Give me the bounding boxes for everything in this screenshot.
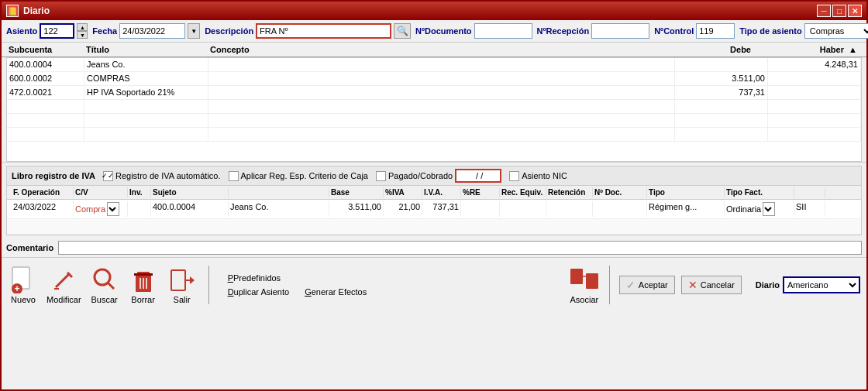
aceptar-label: Aceptar [639, 280, 668, 290]
asociar-label: Asociar [570, 295, 599, 304]
iva-col-base: Base [329, 187, 384, 197]
iva-col-iva: I.V.A. [422, 187, 461, 197]
tipo-asiento-select[interactable]: Compras Ventas [804, 23, 868, 39]
nuevo-button[interactable]: + Nuevo [8, 266, 39, 304]
borrar-label: Borrar [131, 295, 155, 304]
modificar-button[interactable]: Modificar [46, 266, 81, 304]
registro-automatico-checkbox[interactable]: ✓ [103, 171, 113, 181]
generar-button[interactable]: Generar Efectos [305, 287, 367, 297]
pagado-cobrado-checkbox[interactable] [376, 171, 386, 181]
col-concepto: Concepto [208, 44, 660, 55]
asiento-up-button[interactable]: ▲ [77, 23, 88, 31]
svg-rect-18 [586, 273, 598, 289]
iva-col-piva: %IVA [384, 187, 422, 197]
fecha-label: Fecha [92, 26, 117, 36]
toolbar-separator-1 [208, 266, 209, 304]
iva-table-row[interactable]: 24/03/2022 Compra ▼ 400.0.0004 Jeans Co.… [7, 200, 861, 219]
iva-col-sujeto: Sujeto [151, 187, 229, 197]
iva-table-header: F. Operación C/V Inv. Sujeto Base %IVA I… [7, 186, 861, 200]
iva-table-row-empty [7, 219, 861, 235]
table-row[interactable]: 472.0.0021 HP IVA Soportado 21% 737,31 [7, 86, 861, 100]
aplicar-reg-checkbox[interactable] [229, 171, 239, 181]
iva-col-inv: Inv. [128, 187, 151, 197]
borrar-button[interactable]: Borrar [128, 266, 159, 304]
pagado-cobrado-label: Pagado/Cobrado [388, 171, 453, 180]
svg-rect-10 [134, 273, 153, 276]
table-row[interactable] [7, 128, 861, 142]
col-haber: Haber [753, 44, 846, 55]
tipofact-select[interactable]: ▼ [763, 202, 775, 216]
main-table-scroll[interactable]: 400.0.0004 Jeans Co. 4.248,31 600.0.0002… [6, 57, 862, 162]
title-bar: 📒 Diario ─ □ ✕ [2, 2, 866, 20]
iva-col-pre: %RE [461, 187, 500, 197]
cancelar-button[interactable]: ✕ Cancelar [681, 276, 742, 294]
iva-header: Libro registro de IVA ✓ Registro de IVA … [7, 166, 861, 186]
minimize-button[interactable]: ─ [817, 5, 831, 17]
main-window: 📒 Diario ─ □ ✕ Asiento ▲ ▼ Fecha ▼ Descr… [0, 0, 868, 391]
registro-automatico-label: Registro de IVA automático. [115, 171, 221, 180]
borrar-icon [129, 266, 157, 293]
asiento-down-button[interactable]: ▼ [77, 31, 88, 39]
iva-section: Libro registro de IVA ✓ Registro de IVA … [6, 166, 862, 235]
window-title: Diario [23, 5, 50, 16]
ncontrol-input[interactable] [696, 23, 735, 39]
iva-col-extra [794, 187, 825, 197]
asiento-nic-checkbox[interactable] [509, 171, 519, 181]
main-table-area: Subcuenta Título Concepto Debe Haber ▲ 4… [2, 43, 866, 163]
pagado-cobrado-input[interactable] [455, 169, 501, 183]
table-row[interactable] [7, 114, 861, 128]
buscar-label: Buscar [91, 295, 118, 304]
toolbar: Asiento ▲ ▼ Fecha ▼ Descripción 🔍 NºDocu… [2, 20, 866, 43]
fecha-dropdown-button[interactable]: ▼ [188, 23, 200, 39]
modificar-icon [50, 266, 78, 293]
salir-button[interactable]: Salir [167, 266, 198, 304]
table-header: Subcuenta Título Concepto Debe Haber ▲ [2, 43, 866, 57]
duplicar-button[interactable]: Duplicar Asiento [228, 287, 290, 297]
cv-select[interactable]: ▼ [107, 202, 119, 216]
modificar-label: Modificar [46, 295, 81, 304]
descripcion-search-button[interactable]: 🔍 [394, 23, 411, 39]
nrecepcion-input[interactable] [591, 23, 649, 39]
fecha-input[interactable] [119, 23, 185, 39]
middle-buttons: PPredefinidos Duplicar Asiento Generar E… [228, 273, 367, 297]
ndocumento-label: NºDocumento [415, 26, 471, 36]
diario-select[interactable]: Americano Español [783, 276, 860, 293]
bottom-toolbar: + Nuevo Modificar [2, 257, 866, 311]
iva-col-ret: Retención [546, 187, 593, 197]
table-row[interactable] [7, 100, 861, 114]
buscar-button[interactable]: Buscar [89, 266, 120, 304]
asiento-input[interactable] [40, 23, 74, 39]
iva-col-rec: Rec. Equiv. [500, 187, 546, 197]
buscar-icon [91, 266, 119, 293]
ndocumento-input[interactable] [474, 23, 532, 39]
iva-col-fop: F. Operación [12, 187, 74, 197]
svg-rect-14 [171, 270, 185, 290]
svg-line-7 [108, 283, 114, 289]
nuevo-icon: + [9, 266, 37, 293]
col-titulo: Título [84, 44, 208, 55]
iva-col-ndoc: Nº Doc. [593, 187, 647, 197]
table-row[interactable]: 400.0.0004 Jeans Co. 4.248,31 [7, 58, 861, 72]
predefinidos-button[interactable]: PPredefinidos [228, 273, 367, 283]
restore-button[interactable]: □ [832, 5, 846, 17]
aceptar-icon: ✓ [626, 279, 636, 291]
aplicar-reg-label: Aplicar Reg. Esp. Criterio de Caja [241, 171, 368, 180]
descripcion-label: Descripción [205, 26, 253, 36]
descripcion-input[interactable] [256, 23, 391, 39]
close-button[interactable]: ✕ [848, 5, 862, 17]
comentario-input[interactable] [58, 241, 862, 255]
iva-col-sujeto2 [229, 187, 329, 197]
diario-label: Diario [756, 280, 780, 290]
nuevo-label: Nuevo [11, 295, 36, 304]
aplicar-reg-group: Aplicar Reg. Esp. Criterio de Caja [229, 171, 368, 181]
table-row[interactable]: 600.0.0002 COMPRAS 3.511,00 [7, 72, 861, 86]
ncontrol-label: NºControl [654, 26, 694, 36]
col-scroll-header: ▲ [846, 44, 862, 55]
toolbar-separator-2 [609, 266, 610, 304]
asociar-button[interactable]: Asociar [569, 266, 600, 304]
right-buttons: Asociar ✓ Aceptar ✕ Cancelar Diario Amer… [569, 266, 860, 304]
iva-col-tipof: Tipo Fact. [725, 187, 794, 197]
svg-line-3 [56, 273, 70, 287]
salir-icon [168, 266, 196, 293]
aceptar-button[interactable]: ✓ Aceptar [619, 276, 675, 294]
